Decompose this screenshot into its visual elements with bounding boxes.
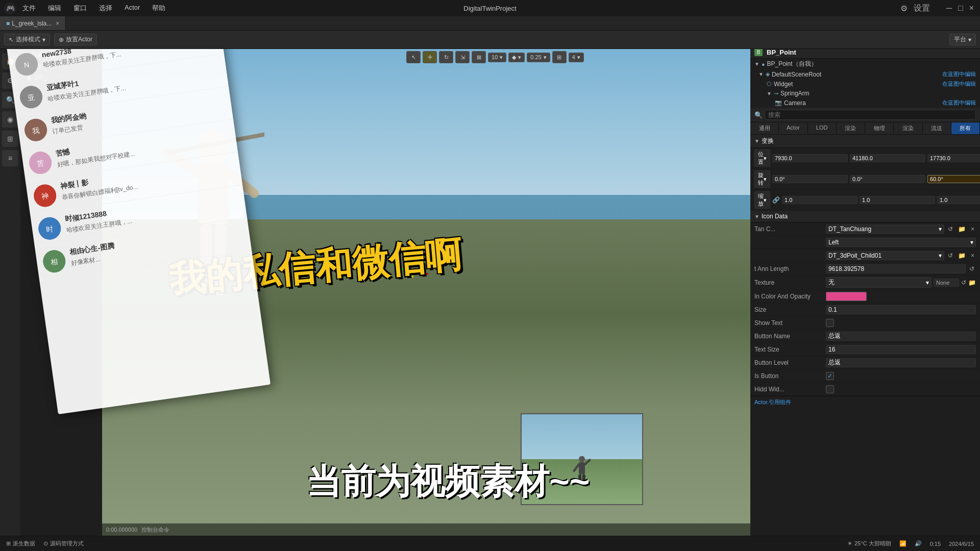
tab-close-icon[interactable]: × (56, 20, 59, 27)
scale-y-input[interactable] (860, 196, 935, 204)
cat-tab-lod[interactable]: LOD (808, 122, 837, 134)
button-name-input[interactable] (826, 332, 976, 341)
button-level-value (826, 358, 976, 367)
rotation-y-input[interactable] (850, 175, 925, 183)
camera-link[interactable]: 在蓝图中编辑 (942, 99, 976, 107)
settings-button[interactable]: ⚙ (900, 4, 908, 13)
size-input[interactable] (826, 305, 976, 314)
vp-btn-rotate[interactable]: ↻ (439, 51, 453, 63)
cat-tab-actor[interactable]: Actor (779, 122, 807, 134)
close-button[interactable]: × (969, 4, 974, 13)
scale-x-input[interactable] (782, 196, 857, 204)
tree-item-spring-arm[interactable]: ▼ ⊸ SpringArm (750, 89, 980, 98)
left-dropdown[interactable]: Left ▾ (826, 238, 976, 247)
console-label[interactable]: 控制台命令 (141, 526, 169, 534)
widget-link[interactable]: 在蓝图中编辑 (942, 80, 976, 88)
texture-none-arrow: ▾ (926, 279, 929, 286)
3dpoit-dropdown[interactable]: DT_3dPoit_Child01 ▾ (826, 251, 944, 260)
vp-btn-snap[interactable]: ⊠ (472, 51, 486, 63)
position-dropdown[interactable]: 位置 ▾ (754, 149, 770, 167)
position-y-input[interactable] (850, 154, 925, 162)
maximize-button[interactable]: □ (958, 4, 963, 13)
menu-file[interactable]: 文件 (20, 4, 38, 13)
texture-refresh-icon[interactable]: ↺ (961, 279, 966, 286)
rotation-x-input[interactable] (772, 175, 848, 183)
vp-btn-camera-speed[interactable]: ⊞ (552, 51, 567, 63)
cat-tab-render1[interactable]: 渲染 (837, 122, 865, 134)
prop-row-left: Left ▾ (750, 236, 980, 249)
tree-item-camera[interactable]: 📷 Camera 在蓝图中编辑 (750, 98, 980, 108)
rotation-row: 旋转 ▾ ↺ (750, 169, 980, 190)
3dpoit-folder-icon[interactable]: 📁 (957, 252, 967, 260)
place-actors-btn[interactable]: ⊕ 放置Actor (54, 34, 97, 45)
vp-dropdown-viewport-type[interactable]: 4 ▾ (569, 53, 584, 62)
tan-chuang-dropdown[interactable]: DT_TanChuang ▾ (826, 224, 944, 234)
menu-help[interactable]: 帮助 (150, 4, 167, 13)
tree-item-widget[interactable]: ⬡ Widget 在蓝图中编辑 (750, 79, 980, 89)
vp-btn-select[interactable]: ↖ (406, 51, 421, 63)
rotation-z-input[interactable] (927, 175, 980, 183)
arm-label: SpringArm (780, 90, 810, 97)
ann-length-reset-icon[interactable]: ↺ (968, 265, 976, 273)
select-mode-btn[interactable]: ↖ 选择模式 ▾ (4, 34, 50, 45)
cat-tab-general[interactable]: 通用 (750, 122, 779, 134)
3dpoit-refresh-icon[interactable]: ↺ (946, 252, 954, 260)
vp-dropdown-grid[interactable]: 10 ▾ (488, 53, 506, 62)
tree-item-default-scene-root[interactable]: ▼ ◈ DefaultSceneRoot 在蓝图中编辑 (750, 69, 980, 79)
cat-tab-render2[interactable]: 渲染 (894, 122, 922, 134)
minimize-button[interactable]: ─ (946, 4, 952, 13)
platform-btn[interactable]: 平台 ▾ (949, 34, 976, 45)
dsr-link[interactable]: 在蓝图中编辑 (942, 70, 976, 78)
menu-actor[interactable]: Actor (122, 4, 142, 13)
tan-chuang-folder-icon[interactable]: 📁 (957, 225, 967, 233)
scale-dropdown[interactable]: 缩放 ▾ (754, 191, 770, 209)
3dpoit-close-icon[interactable]: × (969, 252, 976, 260)
menu-edit[interactable]: 编辑 (46, 4, 63, 13)
menu-select[interactable]: 选择 (97, 4, 114, 13)
cat-tab-all[interactable]: 所有 (951, 122, 980, 134)
texture-browse-icon[interactable]: 📁 (968, 279, 976, 286)
button-name-label: Button Name (754, 333, 826, 340)
menu-window[interactable]: 窗口 (71, 4, 89, 13)
cat-tab-physics[interactable]: 物理 (865, 122, 894, 134)
vp-btn-move[interactable]: ✛ (423, 51, 437, 63)
place-icon: ⊕ (59, 36, 64, 43)
scale-lock-icon[interactable]: 🔗 (772, 196, 780, 204)
svg-text:时: 时 (45, 224, 54, 234)
left-tool-5[interactable]: ⊞ (2, 131, 18, 147)
position-z-input[interactable] (927, 154, 980, 162)
color-swatch[interactable] (826, 292, 867, 301)
cat-tab-stream[interactable]: 流送 (923, 122, 951, 134)
chat-avatar-5: 神 (32, 183, 58, 209)
tan-chuang-refresh-icon[interactable]: ↺ (946, 225, 954, 233)
vp-btn-scale[interactable]: ⇲ (455, 51, 470, 63)
left-tool-6[interactable]: ≡ (2, 150, 18, 166)
button-level-input[interactable] (826, 358, 976, 367)
svg-text:我: 我 (32, 126, 40, 135)
tab-main[interactable]: ■ L_greek_isla... × (0, 16, 66, 30)
search-input[interactable] (765, 110, 976, 120)
scale-z-input[interactable] (937, 196, 980, 204)
hidd-wid-checkbox[interactable] (826, 385, 834, 393)
actor-link-text[interactable]: Actor.引用组件 (754, 399, 791, 405)
ann-length-input[interactable] (826, 264, 966, 273)
left-dropdown-arrow: ▾ (970, 239, 973, 246)
is-button-checkbox[interactable] (826, 372, 834, 380)
is-button-value (826, 372, 976, 380)
transform-section-header[interactable]: ▼ 变换 (750, 135, 980, 148)
texture-none-dropdown[interactable]: 无 ▾ (826, 277, 932, 288)
tan-chuang-close-icon[interactable]: × (969, 225, 976, 233)
icon-data-section-header[interactable]: ▼ Icon Data (750, 211, 980, 222)
status-date: 2024/6/15 (949, 541, 974, 547)
3dpoit-dropdown-text: DT_3dPoit_Child01 (828, 252, 881, 259)
grid-label: 10 (492, 54, 498, 60)
status-source-control[interactable]: ⊙ 源码管理方式 (43, 540, 84, 547)
position-x-input[interactable] (772, 154, 848, 162)
vp-dropdown-snap-angle[interactable]: ◆ ▾ (508, 53, 525, 62)
show-text-checkbox[interactable] (826, 319, 834, 327)
status-derive-data[interactable]: ⊞ 派生数据 (6, 540, 35, 547)
text-size-input[interactable] (826, 345, 976, 354)
text-size-label: Text Size (754, 346, 826, 353)
vp-dropdown-scale-snap[interactable]: 0.25 ▾ (527, 53, 550, 62)
rotation-dropdown[interactable]: 旋转 ▾ (754, 170, 770, 188)
